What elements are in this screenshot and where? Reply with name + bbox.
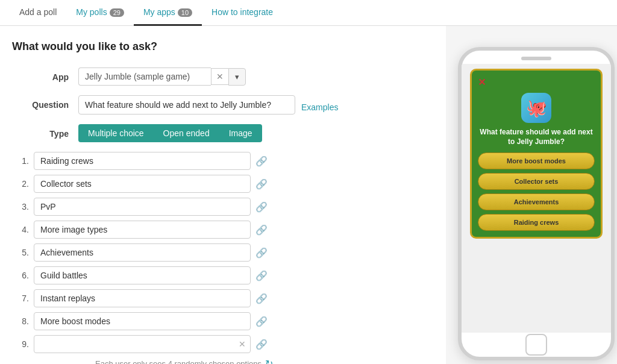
type-open-ended[interactable]: Open ended xyxy=(154,124,219,142)
hint-row: Each user only sees 4 randomly chosen op… xyxy=(95,358,434,364)
form-title: What would you like to ask? xyxy=(12,40,434,53)
link-icon-1[interactable]: 🔗 xyxy=(255,155,268,167)
answer-input-4[interactable] xyxy=(34,221,251,239)
tab-add-poll[interactable]: Add a poll xyxy=(10,0,66,26)
main-layout: What would you like to ask? App Jelly Ju… xyxy=(0,26,617,364)
table-row: 8. 🔗 xyxy=(12,312,434,330)
table-row: 9. ✕ 🔗 xyxy=(12,335,434,353)
my-polls-badge: 29 xyxy=(110,8,124,17)
answer-input-3[interactable] xyxy=(34,198,251,216)
poll-card-header: ✕ xyxy=(478,77,595,88)
phone-home-bar xyxy=(462,333,611,357)
answer-clear-icon-9[interactable]: ✕ xyxy=(239,339,246,349)
phone-home-button[interactable] xyxy=(525,334,547,356)
type-buttons: Multiple choice Open ended Image xyxy=(78,124,262,142)
link-icon-7[interactable]: 🔗 xyxy=(255,293,268,304)
app-selector: Jelly Jumble (sample game) ✕ ▾ xyxy=(78,67,246,86)
app-select-value: Jelly Jumble (sample game) xyxy=(78,67,211,86)
answer-input-7[interactable] xyxy=(34,289,251,307)
phone-mockup: ✕ 🐙 What feature should we add next to J… xyxy=(458,47,615,360)
link-icon-6[interactable]: 🔗 xyxy=(255,270,268,281)
answer-input-6[interactable] xyxy=(34,266,251,284)
table-row: 4. 🔗 xyxy=(12,221,434,239)
question-input[interactable] xyxy=(78,95,295,115)
tab-my-apps[interactable]: My apps10 xyxy=(134,0,202,26)
type-row: Type Multiple choice Open ended Image xyxy=(12,124,434,142)
type-multiple-choice[interactable]: Multiple choice xyxy=(78,124,154,142)
link-icon-3[interactable]: 🔗 xyxy=(255,201,268,213)
link-icon-5[interactable]: 🔗 xyxy=(255,247,268,259)
answer-input-8[interactable] xyxy=(34,312,251,330)
refresh-icon[interactable]: ↻ xyxy=(265,358,273,364)
examples-link[interactable]: Examples xyxy=(301,98,338,112)
phone-frame: ✕ 🐙 What feature should we add next to J… xyxy=(458,47,615,360)
link-icon-2[interactable]: 🔗 xyxy=(255,178,268,190)
table-row: 7. 🔗 xyxy=(12,289,434,307)
table-row: 2. 🔗 xyxy=(12,175,434,193)
phone-preview-panel: ✕ 🐙 What feature should we add next to J… xyxy=(446,26,617,364)
poll-app-icon: 🐙 xyxy=(521,93,551,123)
link-icon-8[interactable]: 🔗 xyxy=(255,316,268,327)
question-row: Question Examples xyxy=(12,95,434,115)
type-image[interactable]: Image xyxy=(219,124,262,142)
poll-option-2[interactable]: Collector sets xyxy=(478,173,595,190)
answer-input-9[interactable] xyxy=(34,335,251,353)
tab-how-to-integrate[interactable]: How to integrate xyxy=(202,0,283,26)
hint-text: Each user only sees 4 randomly chosen op… xyxy=(95,359,262,364)
link-icon-9[interactable]: 🔗 xyxy=(255,339,268,350)
app-row: App Jelly Jumble (sample game) ✕ ▾ xyxy=(12,67,434,86)
link-icon-4[interactable]: 🔗 xyxy=(255,224,268,236)
poll-option-4[interactable]: Raiding crews xyxy=(478,214,595,231)
table-row: 5. 🔗 xyxy=(12,243,434,262)
question-input-row: Examples xyxy=(78,95,338,115)
table-row: 6. 🔗 xyxy=(12,266,434,284)
poll-question-text: What feature should we add next to Jelly… xyxy=(478,128,595,146)
poll-close-button[interactable]: ✕ xyxy=(478,77,486,88)
question-label: Question xyxy=(12,95,78,110)
phone-screen: ✕ 🐙 What feature should we add next to J… xyxy=(462,64,611,333)
tab-bar: Add a poll My polls29 My apps10 How to i… xyxy=(0,0,617,26)
my-apps-badge: 10 xyxy=(178,8,192,17)
app-dropdown-button[interactable]: ▾ xyxy=(228,68,246,86)
answer-input-2[interactable] xyxy=(34,175,251,193)
poll-option-3[interactable]: Achievements xyxy=(478,193,595,210)
table-row: 1. 🔗 xyxy=(12,152,434,170)
poll-card: ✕ 🐙 What feature should we add next to J… xyxy=(470,69,603,239)
phone-speaker xyxy=(521,57,551,60)
poll-option-1[interactable]: More boost modes xyxy=(478,152,595,169)
answer-input-5[interactable] xyxy=(34,243,251,262)
type-label: Type xyxy=(12,124,78,139)
tab-my-polls[interactable]: My polls29 xyxy=(66,0,134,26)
answer-input-1[interactable] xyxy=(34,152,251,170)
answer-list: 1. 🔗 2. 🔗 3. 🔗 4. 🔗 5. xyxy=(12,152,434,353)
app-clear-button[interactable]: ✕ xyxy=(211,68,228,85)
app-label: App xyxy=(12,67,78,82)
left-panel: What would you like to ask? App Jelly Ju… xyxy=(0,26,446,364)
table-row: 3. 🔗 xyxy=(12,198,434,216)
